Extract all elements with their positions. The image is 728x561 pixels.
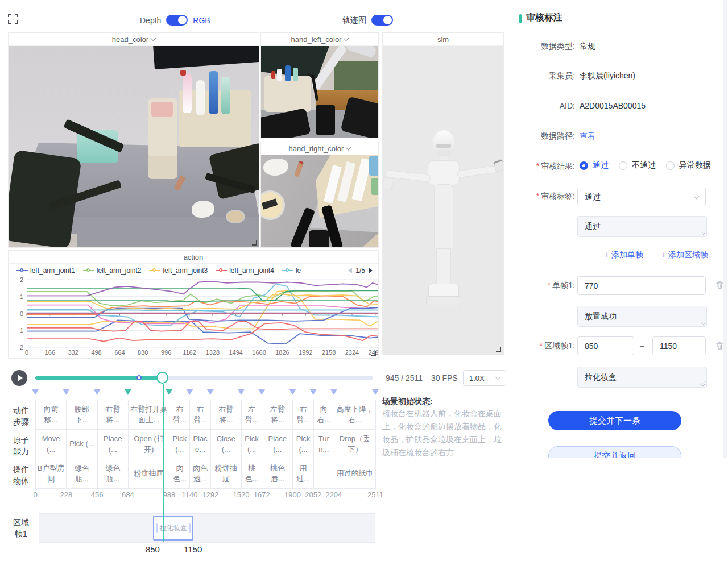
region-note-textarea[interactable]: 拉化妆盒 [577, 367, 707, 388]
segment-marker-0[interactable] [32, 389, 39, 395]
scene-state-text: 梳妆台在机器人前，化妆盒在桌面上，化妆盒的侧边摆放着物品，化妆品，护肤品盒垃圾在… [382, 407, 506, 459]
segment-marker-1520[interactable] [237, 389, 245, 395]
sim-viewport[interactable] [383, 46, 503, 355]
svg-text:0: 0 [25, 349, 28, 356]
radio-通过[interactable] [580, 161, 588, 170]
legend-item-le[interactable]: le [282, 267, 301, 275]
segment-marker-2052[interactable] [309, 389, 317, 395]
radio-异常数据[interactable] [666, 161, 675, 170]
tag-select[interactable]: 通过 [577, 188, 706, 206]
region-left-handle[interactable] [156, 523, 158, 533]
region-start-input[interactable]: 850 [577, 336, 634, 355]
head-camera-title: head_color [112, 35, 148, 44]
single-frame-value: 770 [585, 281, 598, 290]
legend-next-icon[interactable] [369, 268, 373, 273]
resize-grip-icon[interactable] [700, 230, 705, 235]
lipstick-shape [294, 163, 303, 177]
legend-marker-icon [16, 268, 28, 273]
monitor-shape [152, 46, 259, 69]
region-frame-bar[interactable]: 拉化妆盒 [39, 513, 375, 543]
head-camera-header[interactable]: head_color [9, 33, 259, 46]
submit-return-button[interactable]: 提交并返回 [548, 446, 681, 458]
trajectory-toggle-group: 轨迹图 [342, 15, 393, 26]
segment-marker-2511[interactable] [372, 389, 379, 395]
single-frame-dot-marker[interactable] [136, 375, 142, 380]
table-cell: 绿色瓶... [98, 459, 129, 489]
segment-marker-2204[interactable] [330, 389, 337, 395]
region-right-handle[interactable] [189, 523, 191, 533]
add-region-frame-link[interactable]: + 添加区域帧 [661, 250, 708, 260]
single-frame-input[interactable]: 770 [577, 276, 706, 295]
add-single-frame-link[interactable]: + 添加单帧 [605, 250, 643, 260]
row-label-atomic-ability: 原子能力 [8, 434, 34, 458]
playback-slider[interactable] [35, 376, 373, 380]
radio-label-异常数据[interactable]: 异常数据 [679, 160, 711, 171]
hand-left-camera-header[interactable]: hand_left_color [261, 33, 378, 46]
region-range-dash: – [640, 341, 644, 350]
tag-note-text: 通过 [585, 222, 601, 232]
legend-item-left_arm_joint4[interactable]: left_arm_joint4 [216, 267, 274, 275]
segment-marker-1292[interactable] [206, 389, 214, 395]
single-frame-note-textarea[interactable]: 放置成功 [577, 306, 707, 327]
trajectory-toggle[interactable] [371, 15, 393, 26]
speed-select[interactable]: 1.0X [463, 370, 506, 386]
legend-item-left_arm_joint2[interactable]: left_arm_joint2 [83, 267, 142, 275]
head-camera-panel: head_color [8, 32, 259, 248]
table-cell: 右臂... [293, 400, 313, 430]
chevron-down-icon [694, 193, 700, 199]
region-segment[interactable]: 拉化妆盒 [153, 516, 193, 541]
hand-right-camera-header[interactable]: hand_right_color [261, 142, 378, 155]
segment-marker-1900[interactable] [289, 389, 296, 395]
resize-grip-icon[interactable] [700, 381, 705, 386]
robot-left-hand-shape [383, 176, 395, 191]
data-type-value: 常规 [580, 41, 595, 52]
segment-marker-1672[interactable] [258, 389, 266, 395]
legend-item-left_arm_joint1[interactable]: left_arm_joint1 [16, 267, 75, 275]
segment-marker-988[interactable] [166, 389, 173, 395]
joint-trajectory-chart[interactable]: 210-1-2016633249866483099611621328149416… [9, 277, 378, 358]
tag-note-textarea[interactable]: 通过 [577, 216, 707, 237]
segment-marker-684[interactable] [124, 389, 131, 395]
region-end-input[interactable]: 1150 [652, 336, 706, 355]
scrollbar[interactable] [723, 0, 727, 458]
tissue-wad-shape [263, 159, 288, 176]
segment-marker-228[interactable] [63, 389, 70, 395]
table-cell: Pick (... [67, 430, 97, 459]
resize-grip-icon[interactable] [700, 320, 705, 325]
sim-panel-header: sim [383, 33, 503, 46]
frame-axis-label: 1520 [233, 491, 250, 499]
scene-state-title: 场景初始状态: [382, 397, 506, 407]
table-cell: Drop（丢下） [334, 430, 376, 459]
legend-prev-icon[interactable] [348, 268, 352, 273]
green-tube-shape [371, 178, 378, 195]
submit-next-button[interactable]: 提交并下一条 [548, 411, 681, 430]
resize-handle-icon[interactable] [252, 240, 257, 246]
frame-axis-label: 1900 [284, 491, 301, 499]
play-button[interactable] [11, 370, 27, 386]
segment-marker-1140[interactable] [186, 389, 193, 395]
slider-handle[interactable] [156, 372, 168, 384]
radio-不通过[interactable] [619, 161, 627, 170]
resize-handle-icon[interactable] [371, 351, 376, 356]
legend-item-left_arm_joint3[interactable]: left_arm_joint3 [149, 267, 208, 275]
table-cell: 肉色透... [190, 459, 210, 489]
radio-label-不通过[interactable]: 不通过 [632, 160, 656, 171]
region-frame-label: *区域帧1: [519, 341, 575, 351]
robot-torso-shape [434, 184, 453, 251]
red-cap-shape [180, 70, 186, 76]
fullscreen-icon[interactable] [8, 14, 18, 24]
radio-label-通过[interactable]: 通过 [593, 160, 609, 171]
action-chart-title: action [184, 253, 204, 261]
data-path-link[interactable]: 查看 [580, 131, 595, 142]
robot-leg-shape [436, 248, 451, 286]
frame-axis-label: 2204 [325, 491, 342, 499]
resize-handle-icon[interactable] [496, 347, 501, 352]
depth-rgb-toggle[interactable] [166, 15, 188, 26]
table-cell: 用过... [293, 459, 313, 489]
result-radio-group: 通过不通过异常数据 [580, 160, 717, 171]
couch-shape [334, 61, 378, 94]
svg-text:1660: 1660 [252, 349, 266, 356]
region-start-value: 850 [585, 342, 598, 351]
segment-marker-456[interactable] [93, 389, 101, 395]
review-panel-title: 审核标注 [526, 12, 562, 24]
